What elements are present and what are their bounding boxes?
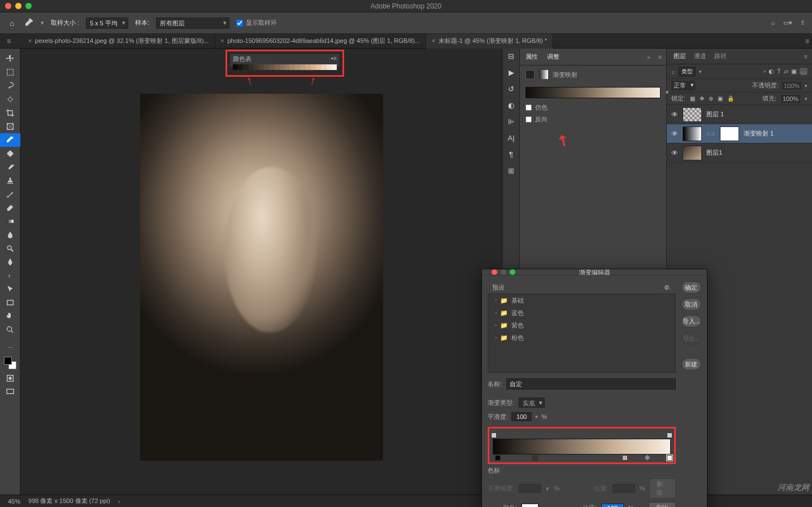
filter-smart-icon[interactable]: ▣ [791, 68, 797, 75]
filter-adjust-icon[interactable]: ◐ [768, 68, 774, 75]
filter-toggle-icon[interactable]: ◡ [800, 68, 807, 75]
doc-tab-2[interactable]: ×未标题-1 @ 45% (渐变映射 1, RGB/8) * [426, 34, 553, 49]
gear-icon[interactable]: ⚙. [664, 284, 671, 291]
panel-menu-icon[interactable]: ≡ [658, 54, 662, 60]
lock-artboard-icon[interactable]: ⊕ [709, 95, 713, 102]
sample-target-select[interactable]: 所有图层 [156, 18, 229, 29]
character-icon[interactable]: A| [507, 134, 514, 142]
collapse-icon[interactable]: » [647, 54, 650, 60]
ok-button[interactable]: 确定 [681, 281, 701, 294]
lasso-tool[interactable] [0, 79, 20, 93]
tab-adjustments[interactable]: 调整 [547, 53, 559, 61]
tab-properties[interactable]: 属性 [526, 53, 538, 61]
preset-folder[interactable]: ›📁粉色 [488, 331, 675, 344]
dither-checkbox[interactable]: 仿色 [520, 102, 666, 113]
layer-row[interactable]: 👁 ⊂⊃ 渐变映射 1 [667, 124, 812, 143]
quick-select-tool[interactable] [0, 93, 20, 106]
close-dialog-icon[interactable] [492, 269, 497, 275]
home-icon[interactable]: ⌂ [7, 18, 17, 28]
close-tab-icon[interactable]: × [221, 38, 224, 44]
preset-folder[interactable]: ›📁蓝色 [488, 307, 675, 319]
marquee-tool[interactable] [0, 65, 20, 79]
mask-thumb[interactable] [720, 126, 739, 141]
layer-name[interactable]: 图层 1 [706, 110, 724, 119]
stop-color-swatch[interactable] [522, 504, 539, 508]
tab-layers[interactable]: 图层 [674, 52, 686, 60]
name-input[interactable] [506, 378, 676, 390]
tabs-menu-icon[interactable]: ≡ [7, 37, 11, 45]
tab-channels[interactable]: 通道 [694, 52, 706, 60]
color-swatches[interactable] [0, 355, 20, 371]
pen-tool[interactable] [0, 255, 20, 269]
dodge-tool[interactable] [0, 242, 20, 255]
stop-pos-input2[interactable] [601, 504, 624, 508]
workspace-icon[interactable]: ▭▾ [783, 19, 792, 27]
close-tab-icon[interactable]: × [432, 38, 435, 44]
paragraph-icon[interactable]: ⊫ [508, 117, 514, 126]
link-icon[interactable]: ⊂⊃ [706, 131, 715, 137]
color-stop[interactable] [495, 455, 501, 461]
layer-thumb[interactable] [683, 107, 702, 122]
opacity-value[interactable]: 100% [782, 82, 801, 90]
hand-tool[interactable] [0, 309, 20, 323]
filter-type-icon[interactable]: T [777, 68, 781, 75]
blend-mode-select[interactable]: 正常 [671, 81, 695, 90]
opacity-stop[interactable] [491, 432, 497, 438]
type-select[interactable]: 实底▾ [519, 397, 545, 408]
delete-stop-button[interactable]: 删除 [649, 478, 675, 499]
gradient-editor-dialog[interactable]: 渐变编辑器 预设⚙. ›📁基础 ›📁蓝色 ›📁紫色 ›📁粉色 名称: 渐变类型:… [481, 269, 707, 507]
stamp-tool[interactable] [0, 174, 20, 187]
presets-list[interactable]: ›📁基础 ›📁蓝色 ›📁紫色 ›📁粉色 [488, 294, 676, 373]
zoom-value[interactable]: 45% [8, 498, 20, 505]
zoom-window-icon[interactable] [25, 3, 32, 9]
layer-thumb[interactable] [683, 146, 702, 160]
doc-tab-1[interactable]: ×photo-1509695603202-4d89aeab6d14.jpeg @… [215, 34, 427, 49]
zoom-dialog-icon[interactable] [510, 269, 515, 275]
pilcrow-icon[interactable]: ¶ [509, 150, 513, 159]
share-icon[interactable]: ⇪ [800, 19, 805, 27]
tabs-overflow-icon[interactable]: ≡ [805, 37, 809, 45]
tab-paths[interactable]: 路径 [714, 52, 727, 60]
visibility-icon[interactable]: 👁 [671, 149, 678, 157]
preset-folder[interactable]: ›📁紫色 [488, 319, 675, 331]
color-stop[interactable] [622, 455, 628, 461]
lock-pixels-icon[interactable]: ▦ [690, 95, 695, 102]
layer-thumb[interactable] [683, 126, 702, 141]
gradient-bar[interactable] [493, 439, 671, 454]
show-ring-checkbox[interactable]: 显示取样环 [236, 19, 277, 27]
swatches-icon[interactable]: ⊞ [508, 167, 514, 175]
reverse-checkbox[interactable]: 反向 [520, 113, 666, 125]
new-button[interactable]: 新建 [681, 358, 701, 370]
path-select-tool[interactable] [0, 282, 20, 296]
smooth-input[interactable] [511, 412, 532, 421]
opacity-stop[interactable] [667, 432, 672, 438]
sample-size-select[interactable]: 5 x 5 平均 [86, 18, 128, 29]
blur-tool[interactable] [0, 228, 20, 242]
show-ring-input[interactable] [236, 20, 243, 27]
zoom-tool[interactable] [0, 323, 20, 336]
panel-menu-icon[interactable]: ≡ [804, 53, 807, 60]
eyedropper-tool[interactable] [0, 133, 20, 147]
play-icon[interactable]: ▶ [509, 68, 514, 77]
eraser-tool[interactable] [0, 201, 20, 215]
screen-mode-icon[interactable] [0, 385, 20, 399]
type-tool[interactable]: T [0, 269, 20, 282]
filter-shape-icon[interactable]: ▱ [784, 68, 788, 75]
layer-row[interactable]: 👁 图层 1 [667, 105, 812, 124]
panel-icon[interactable]: ⊟ [508, 52, 514, 60]
lock-position-icon[interactable]: ✥ [700, 95, 704, 102]
edit-toolbar-icon[interactable]: ⋯ [0, 341, 20, 355]
adjustment-icon[interactable]: ◐ [508, 101, 514, 110]
quick-mask-icon[interactable] [0, 371, 20, 385]
history-icon[interactable]: ↺ [508, 85, 514, 93]
close-window-icon[interactable] [5, 3, 11, 9]
rectangle-tool[interactable] [0, 296, 20, 309]
delete-stop-button2[interactable]: 删除 [649, 502, 676, 507]
lock-nested-icon[interactable]: ▣ [718, 95, 723, 102]
chevron-right-icon[interactable]: › [118, 498, 120, 505]
cancel-button[interactable]: 取消 [681, 298, 701, 311]
crop-tool[interactable] [0, 106, 20, 120]
visibility-icon[interactable]: 👁 [671, 111, 678, 119]
gradient-preview[interactable] [526, 87, 661, 98]
visibility-icon[interactable]: 👁 [671, 130, 678, 138]
